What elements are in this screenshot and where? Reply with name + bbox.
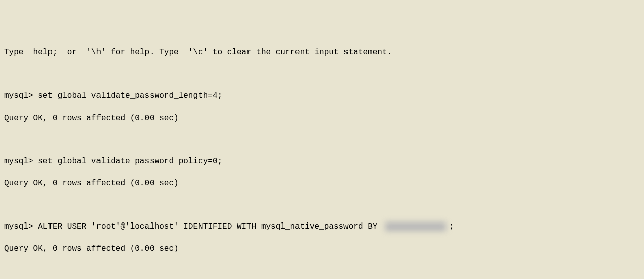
sql-cmd: set global validate_password_length=4; — [38, 91, 222, 100]
sql-line-1: mysql> set global validate_password_leng… — [4, 91, 640, 102]
sql-cmd-post: ; — [449, 222, 454, 231]
blank-line — [4, 200, 640, 211]
blank-line — [4, 135, 640, 146]
blank-line — [4, 265, 640, 276]
blank-line — [4, 69, 640, 80]
sql-result-2: Query OK, 0 rows affected (0.00 sec) — [4, 178, 640, 189]
sql-result-3: Query OK, 0 rows affected (0.00 sec) — [4, 244, 640, 255]
terminal-panel[interactable]: Type help; or '\h' for help. Type '\c' t… — [4, 43, 640, 279]
partial-top-line: Type help; or '\h' for help. Type '\c' t… — [4, 47, 640, 59]
mysql-prompt: mysql> — [4, 91, 38, 100]
mysql-prompt: mysql> — [4, 222, 38, 231]
sql-result-1: Query OK, 0 rows affected (0.00 sec) — [4, 113, 640, 124]
mysql-prompt: mysql> — [4, 157, 38, 166]
sql-cmd: set global validate_password_policy=0; — [38, 157, 222, 166]
sql-line-2: mysql> set global validate_password_poli… — [4, 156, 640, 168]
redacted-password — [385, 222, 446, 231]
sql-cmd-pre: ALTER USER 'root'@'localhost' IDENTIFIED… — [38, 222, 382, 231]
sql-line-3: mysql> ALTER USER 'root'@'localhost' IDE… — [4, 221, 640, 233]
